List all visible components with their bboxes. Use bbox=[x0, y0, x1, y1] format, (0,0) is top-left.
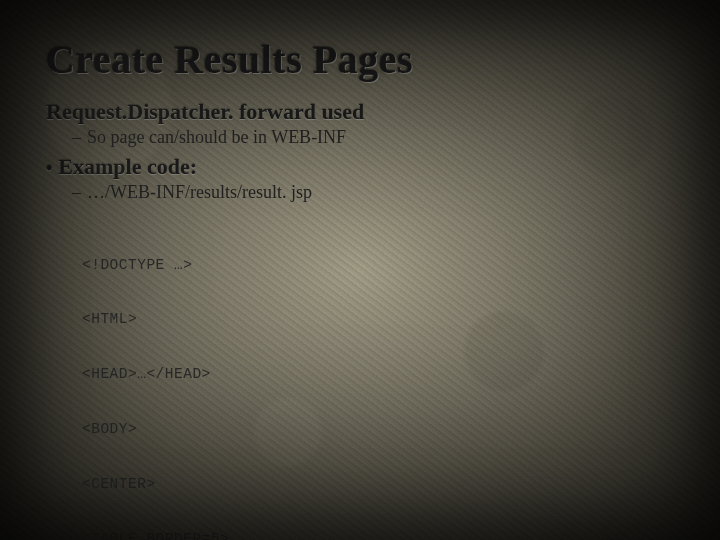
code-block: <!DOCTYPE …> <HTML> <HEAD>…</HEAD> <BODY… bbox=[82, 219, 674, 540]
sub2-detail-row: – …/WEB-INF/results/result. jsp bbox=[72, 182, 674, 203]
subheading-2: Example code: bbox=[58, 154, 197, 180]
code-line: <!DOCTYPE …> bbox=[82, 256, 674, 274]
sub1-detail: So page can/should be in WEB-INF bbox=[87, 127, 346, 148]
subheading-1: Request.Dispatcher. forward used bbox=[46, 99, 674, 125]
slide: Create Results Pages Request.Dispatcher.… bbox=[0, 0, 720, 540]
dash-icon: – bbox=[72, 127, 81, 148]
subheading-2-row: • Example code: bbox=[46, 154, 674, 180]
sub2-detail: …/WEB-INF/results/result. jsp bbox=[87, 182, 312, 203]
bullet-icon: • bbox=[46, 159, 52, 177]
code-line: <BODY> bbox=[82, 420, 674, 438]
slide-title: Create Results Pages bbox=[46, 36, 674, 83]
sub1-detail-row: – So page can/should be in WEB-INF bbox=[72, 127, 674, 148]
code-line: <TABLE BORDER=5> bbox=[82, 530, 674, 540]
code-line: <CENTER> bbox=[82, 475, 674, 493]
code-line: <HTML> bbox=[82, 310, 674, 328]
dash-icon: – bbox=[72, 182, 81, 203]
code-line: <HEAD>…</HEAD> bbox=[82, 365, 674, 383]
